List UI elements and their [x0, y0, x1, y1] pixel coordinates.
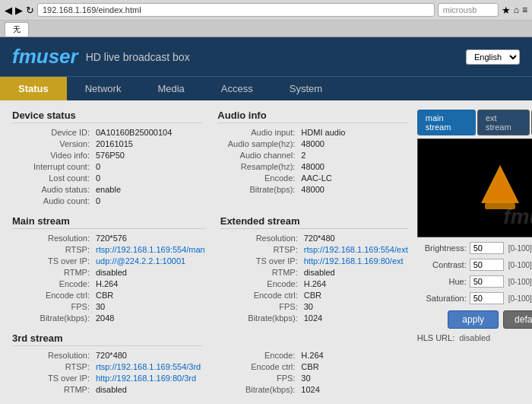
ts-rtsp-value: rtsp://192.168.1.169:554/3rd — [96, 362, 201, 371]
ms-rtsp-value: rtsp://192.168.1.169:554/man — [96, 245, 205, 254]
tsr-encode-label: Encode: — [217, 351, 301, 360]
es-res-value: 720*480 — [304, 234, 335, 243]
audio-info-title: Audio info — [217, 110, 407, 123]
hls-value: disabled — [459, 333, 490, 342]
audio-status-row: Audio status: enable — [12, 185, 202, 194]
tsr-bitrate-label: Bitrate(kbps): — [217, 385, 301, 394]
video-info-row: Video info: 576P50 — [12, 151, 202, 160]
fmuser-watermark: fmuser — [503, 205, 532, 229]
saturation-range: [0-100] — [508, 294, 532, 303]
ms-encode-label: Encode: — [12, 279, 96, 288]
es-encode-value: H.264 — [304, 279, 326, 288]
device-id-row: Device ID: 0A10160B25000104 — [12, 128, 202, 137]
menu-icon[interactable]: ≡ — [522, 5, 527, 15]
content-left: Device status Device ID: 0A10160B2500010… — [12, 110, 408, 396]
audio-channel-value: 2 — [301, 151, 306, 160]
audio-bitrate-row: Bitrate(bps): 48000 — [217, 185, 407, 194]
resample-row: Resample(hz): 48000 — [217, 162, 407, 171]
ts-rtmp-label: RTMP: — [12, 385, 96, 394]
saturation-input[interactable] — [470, 292, 504, 304]
nav-item-access[interactable]: Access — [203, 77, 271, 100]
es-tsip-label: TS over IP: — [220, 256, 304, 266]
audio-count-row: Audio count: 0 — [12, 196, 202, 205]
saturation-label: Saturation: — [417, 294, 467, 303]
tsr-bitrate-value: 1024 — [301, 385, 319, 394]
device-status-title: Device status — [12, 110, 202, 123]
ms-rtmp-value: disabled — [96, 268, 127, 277]
default-button[interactable]: default — [503, 310, 532, 329]
hue-range: [0-100] — [508, 278, 532, 286]
audio-bitrate-value: 48000 — [301, 185, 325, 194]
brightness-label: Brightness: — [417, 243, 467, 253]
ms-bitrate-value: 2048 — [96, 313, 114, 323]
audio-status-value: enable — [96, 185, 121, 194]
interrupt-label: Interrupt count: — [12, 162, 96, 171]
active-tab[interactable]: 无 — [5, 22, 29, 37]
es-rtsp-value: rtsp://192.168.1.169:554/ext — [304, 245, 408, 254]
brightness-range: [0-100] — [508, 244, 532, 253]
nav-item-status[interactable]: Status — [0, 77, 67, 100]
contrast-label: Contrast: — [417, 260, 467, 269]
es-rtmp-value: disabled — [304, 268, 335, 277]
star-icon[interactable]: ★ — [502, 5, 511, 16]
saturation-row: Saturation: [0-100] — [417, 292, 532, 304]
ext-stream-title: Extended stream — [220, 215, 408, 229]
third-stream-title: 3rd stream — [12, 332, 202, 346]
search-bar[interactable]: microusb — [438, 3, 499, 17]
brightness-input[interactable] — [470, 242, 504, 254]
nav-item-system[interactable]: System — [271, 77, 340, 100]
action-buttons: apply default — [417, 310, 532, 329]
back-icon[interactable]: ◀ — [5, 5, 12, 16]
logo-text: fmuser — [12, 45, 78, 68]
ms-fps-value: 30 — [96, 302, 105, 311]
brightness-row: Brightness: [0-100] — [417, 242, 532, 254]
refresh-icon[interactable]: ↻ — [26, 5, 34, 16]
audio-sample-row: Audio sample(hz): 48000 — [217, 139, 407, 148]
audio-encode-value: AAC-LC — [301, 173, 331, 183]
right-panel: main stream ext stream 3rd stream fmuser… — [417, 110, 532, 396]
ms-rtmp-label: RTMP: — [12, 268, 96, 277]
tsr-encctrl-label: Encode ctrl: — [217, 362, 301, 371]
svg-marker-1 — [485, 173, 515, 199]
tsr-encctrl-value: CBR — [301, 362, 318, 371]
url-bar[interactable]: 192.168.1.169/eindex.html — [37, 3, 435, 17]
audio-sample-value: 48000 — [301, 139, 325, 148]
audio-info-section: Audio info Audio input: HDMI audio Audio… — [217, 110, 407, 208]
nav-item-network[interactable]: Network — [67, 77, 140, 100]
video-info-value: 576P50 — [96, 151, 125, 160]
logo-subtitle: HD live broadcast box — [86, 51, 190, 63]
hue-input[interactable] — [470, 275, 504, 288]
hls-row: HLS URL: disabled — [417, 333, 532, 342]
ms-encode-value: H.264 — [96, 279, 118, 288]
app-logo: fmuser HD live broadcast box — [12, 45, 190, 68]
apply-button[interactable]: apply — [448, 310, 499, 329]
app-header: fmuser HD live broadcast box English — [0, 37, 532, 76]
ms-tsip-label: TS over IP: — [12, 256, 96, 266]
forward-icon[interactable]: ▶ — [15, 5, 23, 16]
stream-tabs: main stream ext stream 3rd stream — [417, 110, 532, 135]
tsr-fps-value: 30 — [301, 374, 310, 383]
stream-tab-ext[interactable]: ext stream — [477, 110, 530, 135]
stream-tab-main[interactable]: main stream — [417, 110, 476, 135]
audio-channel-label: Audio channel: — [217, 151, 301, 160]
ms-rtsp-label: RTSP: — [12, 245, 96, 254]
language-select[interactable]: English — [466, 49, 520, 65]
third-stream-section: 3rd stream Resolution:720*480 RTSP:rtsp:… — [12, 332, 408, 396]
contrast-range: [0-100] — [508, 261, 532, 269]
tsr-fps-label: FPS: — [217, 374, 301, 383]
ext-stream-section: Extended stream Resolution:720*480 RTSP:… — [220, 215, 408, 325]
top-section: Device status Device ID: 0A10160B2500010… — [12, 110, 408, 208]
contrast-input[interactable] — [470, 259, 504, 271]
contrast-row: Contrast: [0-100] — [417, 259, 532, 271]
resample-value: 48000 — [301, 162, 325, 171]
es-encctrl-label: Encode ctrl: — [220, 291, 304, 300]
audio-count-label: Audio count: — [12, 196, 96, 205]
ms-res-label: Resolution: — [12, 234, 96, 243]
hue-label: Hue: — [417, 277, 467, 286]
home-icon[interactable]: ⌂ — [514, 5, 519, 15]
lost-label: Lost count: — [12, 173, 96, 183]
version-label: Version: — [12, 139, 96, 148]
nav-item-media[interactable]: Media — [139, 77, 202, 100]
stream-section: Main stream Resolution:720*576 RTSP:rtsp… — [12, 215, 408, 325]
main-stream-section: Main stream Resolution:720*576 RTSP:rtsp… — [12, 215, 205, 325]
